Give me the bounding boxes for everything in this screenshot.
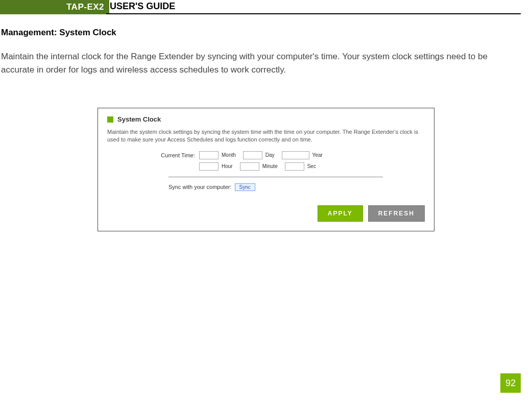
- panel-container: System Clock Maintain the system clock s…: [0, 108, 532, 231]
- panel-description: Maintain the system clock settings by sy…: [107, 128, 425, 144]
- month-input[interactable]: [199, 151, 219, 159]
- action-buttons: APPLY REFRESH: [107, 205, 425, 222]
- product-badge: TAP-EX2: [0, 0, 109, 14]
- panel-title: System Clock: [117, 115, 161, 123]
- sec-input[interactable]: [285, 162, 304, 171]
- minute-input[interactable]: [240, 162, 259, 171]
- sec-label: Sec: [307, 163, 316, 169]
- form-divider: [168, 177, 383, 177]
- section-heading: Management: System Clock: [1, 28, 532, 38]
- hour-input[interactable]: [199, 162, 219, 171]
- header-rule: [106, 13, 521, 14]
- sync-button[interactable]: Sync: [235, 183, 255, 191]
- time-fields-row: Hour Minute Sec: [153, 162, 425, 171]
- day-label: Day: [265, 152, 275, 158]
- panel-title-row: System Clock: [107, 115, 425, 123]
- current-time-row: Current Time: Month Day Year: [153, 151, 425, 159]
- year-label: Year: [312, 152, 323, 158]
- system-clock-panel: System Clock Maintain the system clock s…: [98, 108, 434, 231]
- sync-row: Sync with your computer: Sync: [168, 183, 425, 191]
- time-fields: Hour Minute Sec: [199, 162, 320, 171]
- document-header: TAP-EX2 USER'S GUIDE: [0, 0, 521, 14]
- body-paragraph: Maintain the internal clock for the Rang…: [1, 50, 520, 76]
- day-input[interactable]: [243, 151, 262, 159]
- month-label: Month: [222, 152, 236, 158]
- minute-label: Minute: [262, 163, 278, 169]
- year-input[interactable]: [282, 151, 309, 159]
- refresh-button[interactable]: REFRESH: [368, 205, 425, 222]
- doc-title: USER'S GUIDE: [110, 1, 175, 12]
- page-number: 92: [500, 373, 521, 393]
- apply-button[interactable]: APPLY: [318, 205, 363, 222]
- sync-label: Sync with your computer:: [168, 184, 232, 190]
- hour-label: Hour: [222, 163, 233, 169]
- clock-form: Current Time: Month Day Year Hour Minute: [107, 151, 425, 171]
- panel-marker-icon: [107, 116, 113, 123]
- current-time-label: Current Time:: [153, 152, 199, 158]
- date-fields: Month Day Year: [199, 151, 327, 159]
